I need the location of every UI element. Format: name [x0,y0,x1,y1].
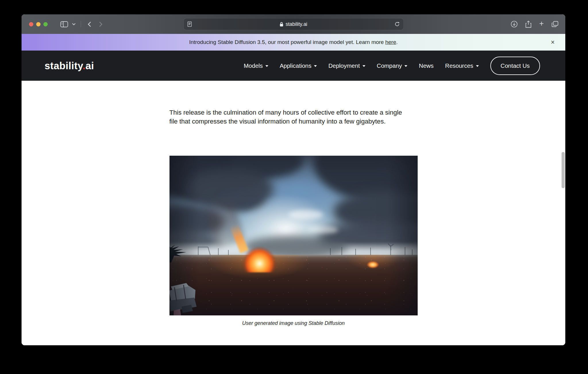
caret-down-icon [476,65,479,67]
nav-item-resources[interactable]: Resources [445,62,479,69]
caret-down-icon [314,65,317,67]
tab-overview-icon[interactable] [552,21,558,27]
logo-name: stability [45,60,82,71]
sidebar-toggle-icon[interactable] [60,21,68,27]
nav-item-news[interactable]: News [419,62,433,69]
downloads-icon[interactable] [511,21,518,28]
contact-us-button[interactable]: Contact Us [490,57,540,75]
page-content: This release is the culmination of many … [22,81,565,345]
nav-item-applications[interactable]: Applications [280,62,317,69]
logo-tld: ai [85,60,94,71]
zoom-window-button[interactable] [43,22,48,26]
new-tab-button[interactable]: + [539,20,544,28]
article-paragraph: This release is the culmination of many … [169,81,418,126]
lock-icon [279,22,283,27]
browser-window: stability.ai [22,14,565,345]
announcement-suffix: . [396,39,398,45]
reload-icon[interactable] [394,22,400,27]
toolbar-divider [81,21,81,27]
announcement-text: Introducing Stable Diffusion 3.5, our mo… [189,39,384,45]
minimize-window-button[interactable] [36,22,41,26]
site-logo[interactable]: stability.ai [45,60,94,72]
back-button[interactable] [88,22,91,27]
caret-down-icon [265,65,268,67]
banner-close-icon[interactable]: × [551,39,555,46]
nav-item-models[interactable]: Models [244,62,268,69]
close-window-button[interactable] [29,22,33,26]
site-navbar: stability.ai Models Applications Deploym… [22,51,565,81]
chevron-down-icon[interactable] [72,23,76,25]
paragraph-line: This release is the culmination of many … [169,108,418,117]
vignette [169,156,418,315]
nav-item-deployment[interactable]: Deployment [328,62,365,69]
nav-item-company[interactable]: Company [377,62,408,69]
logo-dot: . [82,60,85,71]
caret-down-icon [363,65,365,67]
url-text: stability.ai [286,21,307,27]
announcement-link[interactable]: here [385,39,396,45]
share-icon[interactable] [525,21,531,28]
hero-image [169,156,418,315]
image-caption: User generated image using Stable Diffus… [169,320,418,326]
caret-down-icon [404,65,407,67]
browser-titlebar: stability.ai [22,14,565,34]
paragraph-line: file that compresses the visual informat… [169,117,418,126]
announcement-banner: Introducing Stable Diffusion 3.5, our mo… [22,34,565,51]
forward-button[interactable] [99,22,102,27]
scrollbar-thumb[interactable] [562,152,565,188]
address-bar[interactable]: stability.ai [183,18,404,30]
